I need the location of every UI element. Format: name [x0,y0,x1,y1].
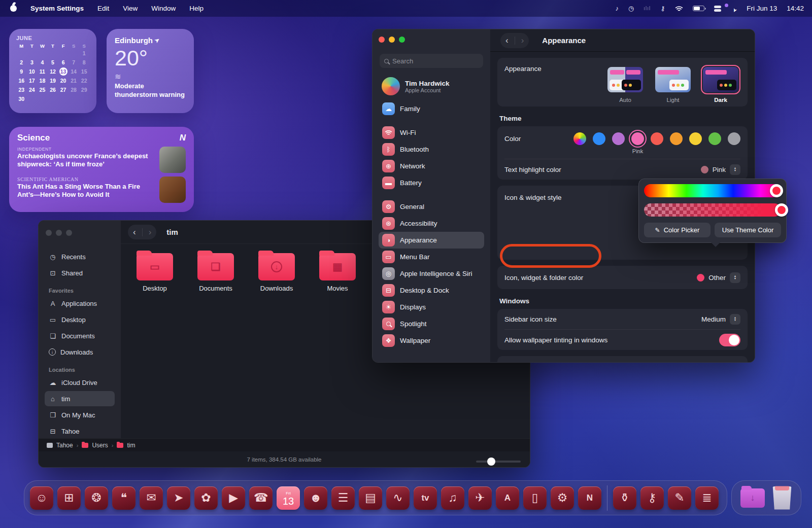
dock-app-music[interactable]: ♫ [441,486,464,510]
sidebar-item-wallpaper[interactable]: ❖Wallpaper [379,332,484,349]
sidebar-item-tim[interactable]: ⌂tim [45,391,115,406]
sidebar-item-desktop-dock[interactable]: ⊟Desktop & Dock [379,282,484,299]
color-picker-button[interactable]: ✎ Color Picker [644,223,710,237]
sidebar-item-on-my-mac[interactable]: ❒On My Mac [45,407,115,423]
theme-color-gray[interactable] [728,132,740,145]
dock-app-maps[interactable]: ➤ [167,486,190,510]
waveform-icon[interactable]: ılıl [644,6,651,11]
appearance-mode-auto[interactable]: Auto [605,65,645,103]
menu-view[interactable]: View [123,5,138,12]
appearance-mode-light[interactable]: Light [653,65,693,103]
sidebar-item-displays[interactable]: ☀Displays [379,299,484,315]
hue-slider-knob[interactable] [770,184,783,197]
sidebar-item-network[interactable]: ⊕Network [379,158,484,174]
sidebar-item-applications[interactable]: AApplications [45,296,115,311]
dock-app-messages[interactable]: ❝ [112,486,136,510]
sidebar-item-apple-intelligence-siri[interactable]: ◎Apple Intelligence & Siri [379,265,484,282]
dock-app-safari[interactable]: ❂ [85,486,108,510]
menubar-time[interactable]: 14:42 [787,5,804,12]
dock-app-jar-app[interactable]: ⚱ [613,486,636,510]
dock-app-reminders[interactable]: ☰ [331,486,355,510]
theme-color-pink[interactable]: Pink [631,132,644,145]
settings-search-field[interactable]: Search [380,54,483,68]
sidebar-item-menu-bar[interactable]: ▭Menu Bar [379,249,484,265]
sidebar-item-desktop[interactable]: ▭Desktop [45,312,115,327]
forward-button[interactable]: › [521,36,524,46]
dock-app-facetime[interactable]: ▶ [222,486,245,510]
sidebar-item-icloud-drive[interactable]: ☁iCloud Drive [45,375,115,390]
theme-color-multicolor[interactable] [573,132,586,145]
menu-edit[interactable]: Edit [97,5,109,12]
path-item-home[interactable]: tim [127,442,135,449]
dock-app-launchpad[interactable]: ⊞ [57,486,81,510]
wifi-icon[interactable] [675,6,683,12]
dock-app-news[interactable]: N [578,486,601,510]
dock-app-mail[interactable]: ✉ [140,486,163,510]
finder-window-controls[interactable] [46,230,115,236]
menu-help[interactable]: Help [189,5,204,12]
weather-widget[interactable]: Edinburgh➤ 20° ≋ Moderate thunderstorm w… [107,29,194,113]
news-widget[interactable]: Science N INDEPENDENTArchaeologists unco… [9,127,194,212]
sidebar-size-stepper[interactable] [730,314,740,325]
theme-color-yellow[interactable] [689,132,702,145]
sidebar-item-general[interactable]: ⚙General [379,198,484,215]
icon-color-stepper[interactable] [730,272,740,283]
sidebar-item-family[interactable]: ☁ Family [379,100,484,117]
sidebar-item-tahoe[interactable]: ⊟Tahoe [45,424,115,439]
apple-menu-icon[interactable] [10,5,17,12]
theme-color-blue[interactable] [593,132,605,145]
calendar-widget[interactable]: JUNE MTWTFSS1234567891011121314151617181… [9,29,96,113]
menu-window[interactable]: Window [151,5,176,12]
sidebar-item-battery[interactable]: ▬Battery [379,174,484,191]
dock-app-freeform[interactable]: ∿ [386,486,410,510]
dock-app-system-settings[interactable]: ⚙ [551,486,574,510]
dock-app-photos[interactable]: ✿ [194,486,218,510]
use-theme-color-button[interactable]: Use Theme Color [715,223,781,237]
downloads-folder-icon[interactable]: ↓ [740,488,765,508]
hue-slider[interactable] [644,184,781,197]
path-item-disk[interactable]: Tahoe [56,442,73,449]
news-item[interactable]: INDEPENDENTArchaeologists uncover France… [17,147,186,173]
clock-icon[interactable]: ◷ [628,5,634,12]
folder-downloads[interactable]: ↓Downloads [258,253,295,292]
dock-app-app-store[interactable]: A [496,486,519,510]
folder-desktop[interactable]: ▭Desktop [136,253,174,292]
theme-color-orange[interactable] [670,132,683,145]
sidebar-item-recents[interactable]: ◷Recents [45,249,115,264]
sidebar-item-shared[interactable]: ⊡Shared [45,265,115,280]
music-note-icon[interactable]: ♪ [615,5,619,12]
folder-documents[interactable]: ❏Documents [197,253,234,292]
dock-app-tv[interactable]: tv [414,486,437,510]
back-button[interactable]: ‹ [505,36,509,46]
theme-color-green[interactable] [708,132,721,145]
news-item[interactable]: SCIENTIFIC AMERICANThis Ant Has a Sting … [17,177,186,203]
dock-app-notes[interactable]: ▤ [359,486,382,510]
dock-app-pencil-app[interactable]: ✎ [668,486,691,510]
menubar-date[interactable]: Fri Jun 13 [747,5,777,12]
dock-app-passwords[interactable]: ⚷ [640,486,664,510]
dock-app-iphone-mirroring[interactable]: ▯ [523,486,547,510]
dock-app-contacts[interactable]: ☻ [304,486,327,510]
menu-app-name[interactable]: System Settings [30,5,84,12]
appearance-mode-dark[interactable]: Dark [701,65,740,103]
apple-account-item[interactable]: Tim Hardwick Apple Account [379,75,484,100]
opacity-slider-knob[interactable] [775,203,788,217]
back-button[interactable]: ‹ [133,227,136,237]
dock-app-phone[interactable]: ☎ [249,486,273,510]
settings-window-controls[interactable] [379,37,484,43]
dock-app-games[interactable]: ✈ [468,486,492,510]
sidebar-item-spotlight[interactable]: Spotlight [379,315,484,332]
theme-color-purple[interactable] [612,132,625,145]
icon-size-slider[interactable] [476,461,521,463]
dock-app-finder[interactable]: ☺ [30,486,53,510]
battery-icon[interactable] [693,6,704,11]
dock-app-notepad-app[interactable]: ≣ [695,486,719,510]
control-center-icon[interactable] [714,6,721,12]
folder-movies[interactable]: ▦Movies [319,253,356,292]
wallpaper-tinting-toggle[interactable] [719,334,740,346]
opacity-slider[interactable] [644,203,781,217]
sidebar-item-bluetooth[interactable]: ᛒBluetooth [379,141,484,158]
sidebar-item-accessibility[interactable]: ⊛Accessibility [379,215,484,232]
dock-app-calendar[interactable]: Fri13 [277,486,300,510]
text-highlight-stepper[interactable] [730,164,740,175]
